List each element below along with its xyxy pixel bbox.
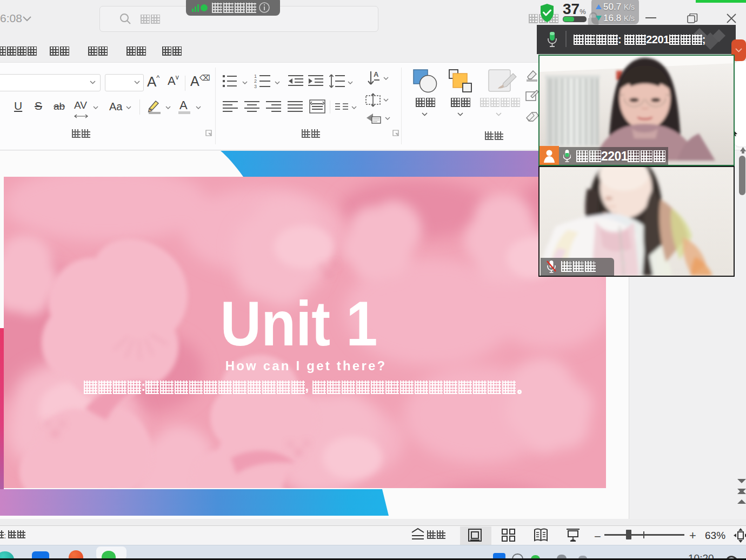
svg-text:3: 3 — [254, 84, 257, 89]
svg-text:2: 2 — [254, 78, 257, 84]
svg-text:A: A — [374, 70, 379, 78]
